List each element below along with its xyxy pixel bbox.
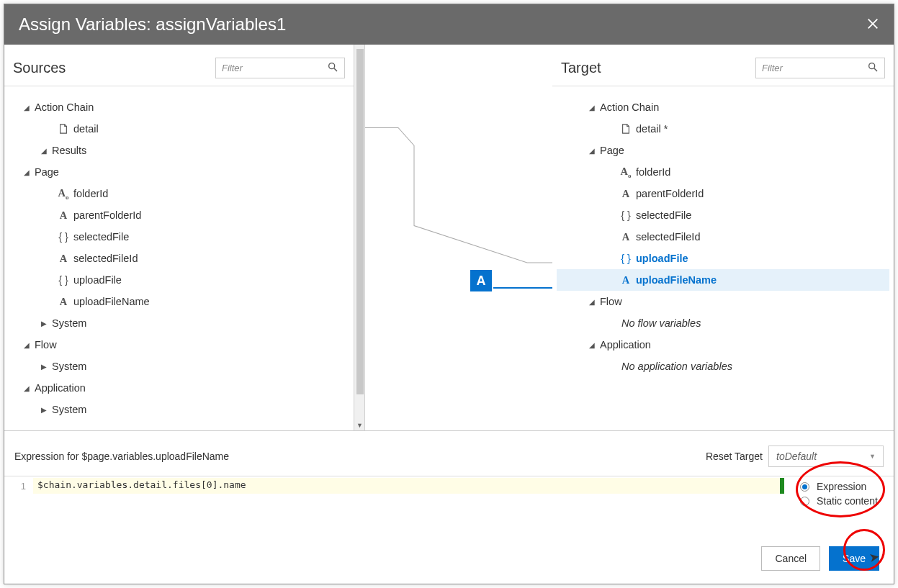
object-icon: { } — [619, 253, 633, 264]
tree-node-system-app[interactable]: ▶System — [9, 399, 349, 420]
expression-editor-row: 1 $chain.variables.detail.files[0].name … — [4, 476, 894, 510]
tree-node-selectedFile[interactable]: { }selectedFile — [9, 226, 349, 248]
expression-editor[interactable]: $chain.variables.detail.files[0].name — [33, 478, 784, 494]
mapping-center: A — [365, 45, 552, 430]
sources-tree: ◢Action Chain detail ◢Results ◢Page Aofo… — [4, 86, 354, 430]
reset-target-label: Reset Target — [706, 451, 763, 462]
file-icon — [619, 124, 633, 134]
tree-node-selectedFileId[interactable]: AselectedFileId — [9, 248, 349, 269]
tree-node-folderId[interactable]: AofolderId — [557, 161, 889, 183]
target-title: Target — [561, 60, 755, 76]
sources-title: Sources — [13, 60, 215, 76]
search-icon — [867, 61, 879, 75]
string-sub-icon: Ao — [619, 166, 633, 179]
tree-node-page[interactable]: ◢Page — [557, 140, 889, 161]
object-icon: { } — [56, 231, 71, 243]
expression-mode: Expression Static content — [793, 478, 894, 510]
tree-node-flow[interactable]: ◢Flow — [9, 334, 349, 356]
string-icon: A — [619, 231, 633, 243]
tree-node-system-flow[interactable]: ▶System — [9, 356, 349, 377]
close-icon[interactable] — [866, 14, 879, 35]
tree-node-flow[interactable]: ◢Flow — [557, 291, 889, 312]
reset-target-select[interactable]: toDefault — [768, 445, 884, 467]
tree-node-page[interactable]: ◢Page — [9, 161, 349, 183]
target-header: Target Filter — [552, 45, 894, 86]
assign-variables-dialog: Assign Variables: assignVariables1 Sourc… — [4, 4, 894, 584]
tree-node-uploadFile[interactable]: { }uploadFile — [9, 269, 349, 291]
reset-target-row: Reset Target toDefault — [706, 445, 884, 467]
object-icon: { } — [56, 274, 71, 286]
target-tree: ◢Action Chain detail * ◢Page AofolderId … — [552, 86, 894, 430]
target-panel: Target Filter ◢Action Chain detail * ◢Pa… — [552, 45, 894, 430]
svg-point-1 — [869, 63, 875, 69]
tree-node-detail[interactable]: detail * — [557, 118, 889, 140]
filter-placeholder: Filter — [762, 63, 783, 73]
radio-icon — [800, 482, 809, 492]
mode-expression[interactable]: Expression — [800, 481, 886, 492]
string-icon: A — [619, 188, 633, 200]
tree-node-uploadFile[interactable]: { }uploadFile — [557, 248, 889, 269]
sources-header: Sources Filter — [4, 45, 354, 86]
dialog-titlebar: Assign Variables: assignVariables1 — [4, 4, 894, 45]
target-filter-input[interactable]: Filter — [755, 58, 885, 78]
tree-node-system[interactable]: ▶System — [9, 312, 349, 334]
dialog-title: Assign Variables: assignVariables1 — [19, 14, 286, 35]
expression-bar: Expression for $page.variables.uploadFil… — [4, 431, 894, 476]
mode-static-content[interactable]: Static content — [800, 495, 886, 507]
object-icon: { } — [619, 209, 633, 221]
mapping-workspace: Sources Filter ◢Action Chain detail ◢Res… — [4, 45, 894, 431]
tree-node-parentFolderId[interactable]: AparentFolderId — [9, 204, 349, 226]
file-icon — [56, 124, 71, 134]
filter-placeholder: Filter — [222, 63, 243, 73]
svg-point-0 — [329, 63, 335, 69]
cancel-button[interactable]: Cancel — [761, 546, 820, 571]
string-sub-icon: Ao — [56, 187, 71, 201]
editor-gutter: 1 — [4, 478, 33, 492]
tree-node-folderId[interactable]: AofolderId — [9, 183, 349, 204]
tree-node-action-chain[interactable]: ◢Action Chain — [557, 96, 889, 118]
dialog-footer: Cancel Save — [4, 533, 894, 584]
string-icon: A — [56, 209, 71, 222]
tree-node-no-app: No application variables — [557, 356, 889, 377]
tree-node-parentFolderId[interactable]: AparentFolderId — [557, 183, 889, 204]
tree-node-selectedFile[interactable]: { }selectedFile — [557, 204, 889, 226]
connection-lines — [365, 45, 552, 430]
string-icon: A — [56, 296, 71, 308]
radio-icon — [800, 497, 809, 506]
search-icon — [327, 61, 338, 75]
string-icon: A — [56, 253, 71, 265]
sources-panel: Sources Filter ◢Action Chain detail ◢Res… — [4, 45, 354, 430]
type-badge: A — [470, 270, 492, 291]
tree-node-no-flow: No flow variables — [557, 312, 889, 334]
tree-node-selectedFileId[interactable]: AselectedFileId — [557, 226, 889, 248]
tree-node-results[interactable]: ◢Results — [9, 140, 349, 161]
sources-filter-input[interactable]: Filter — [215, 58, 345, 78]
tree-node-application[interactable]: ◢Application — [557, 334, 889, 356]
tree-node-uploadFileName[interactable]: AuploadFileName — [9, 291, 349, 312]
tree-node-uploadFileName[interactable]: AuploadFileName — [557, 269, 889, 291]
sources-scrollbar[interactable] — [354, 45, 365, 430]
string-icon: A — [619, 274, 633, 286]
tree-node-application[interactable]: ◢Application — [9, 377, 349, 399]
tree-node-detail[interactable]: detail — [9, 118, 349, 140]
expression-for-label: Expression for $page.variables.uploadFil… — [14, 451, 229, 462]
tree-node-action-chain[interactable]: ◢Action Chain — [9, 96, 349, 118]
